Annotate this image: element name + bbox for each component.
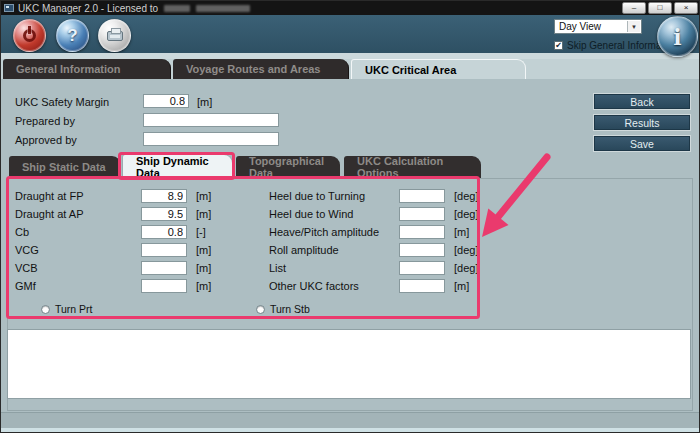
roll-amplitude-unit: [deg] (454, 244, 478, 256)
dynamic-field-row: Heave/Pitch amplitude[m] (1, 225, 700, 240)
tab-topographical-data[interactable]: Topographical Data (236, 156, 340, 178)
dynamic-field-row: Other UKC factors[m] (1, 279, 700, 294)
dynamic-field-row: List[deg] (1, 261, 700, 276)
printer-icon (107, 31, 123, 41)
prepared-by-input[interactable] (143, 113, 279, 127)
info-icon: i (673, 24, 681, 50)
heave-pitch-amplitude-unit: [m] (454, 226, 469, 238)
turn-stb-label: Turn Stb (270, 303, 310, 315)
info-button[interactable]: i (657, 16, 698, 57)
tab-ukc-calculation-options[interactable]: UKC Calculation Options (344, 156, 481, 178)
tab-ship-static-data[interactable]: Ship Static Data (9, 156, 121, 178)
approved-by-input[interactable] (143, 132, 279, 146)
app-icon (4, 4, 14, 12)
other-ukc-factors-label: Other UKC factors (269, 280, 359, 292)
window-controls: – □ × (622, 2, 698, 14)
window-bottom-border (1, 428, 700, 433)
approved-by-label: Approved by (15, 134, 77, 146)
turn-prt-option[interactable]: Turn Prt (41, 303, 93, 315)
heel-due-to-wind-input[interactable] (399, 207, 445, 221)
list-unit: [deg] (454, 262, 478, 274)
dynamic-field-row: Heel due to Wind[deg] (1, 207, 700, 222)
turn-prt-label: Turn Prt (55, 303, 93, 315)
ukc-safety-margin-unit: [m] (197, 96, 212, 108)
help-button[interactable]: ? (56, 19, 89, 52)
heel-due-to-wind-unit: [deg] (454, 208, 478, 220)
ukc-safety-margin-label: UKC Safety Margin (15, 96, 109, 108)
ukc-safety-margin-input[interactable] (143, 94, 189, 108)
other-ukc-factors-input[interactable] (399, 279, 445, 293)
sub-tab-strip: Ship Static Data Ship Dynamic Data Topog… (1, 156, 700, 178)
main-tab-strip: General Information Voyage Routes and Ar… (1, 59, 700, 79)
heel-due-to-turning-label: Heel due to Turning (269, 190, 365, 202)
redacted-license-text (164, 5, 190, 12)
close-button[interactable]: × (674, 2, 698, 14)
question-mark-icon: ? (67, 26, 77, 46)
skip-general-information-checkbox[interactable]: ✔ (554, 41, 563, 50)
results-list-box[interactable] (7, 329, 691, 399)
other-ukc-factors-unit: [m] (454, 280, 469, 292)
redacted-license-text (196, 5, 250, 12)
app-window: UKC Manager 2.0 - Licensed to – □ × ? Da… (0, 0, 700, 433)
heel-due-to-wind-label: Heel due to Wind (269, 208, 353, 220)
tab-ukc-critical-area[interactable]: UKC Critical Area (351, 59, 526, 79)
tab-general-information[interactable]: General Information (3, 59, 171, 79)
window-title: UKC Manager 2.0 - Licensed to (18, 3, 158, 14)
chevron-down-icon: ▼ (627, 21, 640, 32)
heel-due-to-turning-input[interactable] (399, 189, 445, 203)
tab-ship-dynamic-data[interactable]: Ship Dynamic Data (122, 154, 233, 178)
prepared-by-label: Prepared by (15, 115, 75, 127)
heel-due-to-turning-unit: [deg] (454, 190, 478, 202)
back-button[interactable]: Back (593, 93, 691, 110)
status-bar (1, 412, 700, 428)
view-mode-dropdown[interactable]: Day View ▼ (554, 19, 642, 34)
dynamic-field-row: Roll amplitude[deg] (1, 243, 700, 258)
tab-voyage-routes-and-areas[interactable]: Voyage Routes and Areas (173, 59, 349, 79)
list-label: List (269, 262, 286, 274)
results-button[interactable]: Results (593, 114, 691, 131)
heave-pitch-amplitude-label: Heave/Pitch amplitude (269, 226, 379, 238)
heave-pitch-amplitude-input[interactable] (399, 225, 445, 239)
roll-amplitude-label: Roll amplitude (269, 244, 339, 256)
view-mode-value: Day View (559, 21, 601, 32)
list-input[interactable] (399, 261, 445, 275)
minimize-button[interactable]: – (622, 2, 646, 14)
exit-button[interactable] (13, 19, 46, 52)
power-icon (23, 29, 36, 42)
maximize-button[interactable]: □ (648, 2, 672, 14)
title-bar: UKC Manager 2.0 - Licensed to – □ × (1, 1, 700, 15)
turn-prt-radio[interactable] (41, 305, 50, 314)
roll-amplitude-input[interactable] (399, 243, 445, 257)
turn-stb-option[interactable]: Turn Stb (256, 303, 310, 315)
dynamic-field-row: Heel due to Turning[deg] (1, 189, 700, 204)
save-button[interactable]: Save (593, 135, 691, 152)
print-button[interactable] (98, 19, 131, 52)
turn-stb-radio[interactable] (256, 305, 265, 314)
